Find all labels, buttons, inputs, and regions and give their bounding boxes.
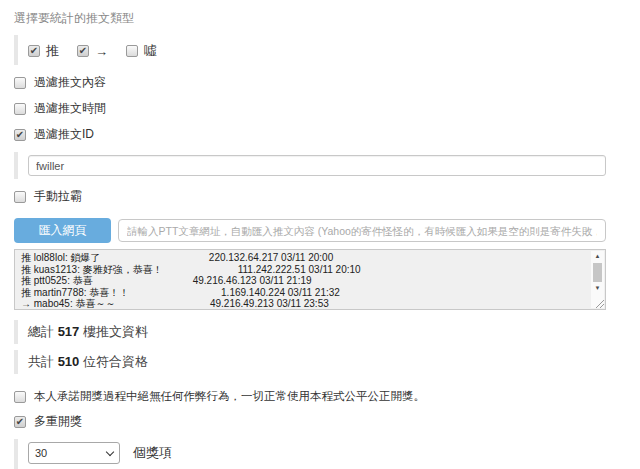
multi-draw-label: 多重開獎 [34, 413, 82, 430]
scrollbar[interactable]: ▲ ▼ [591, 251, 604, 308]
scrollbar-thumb[interactable] [593, 263, 602, 282]
import-webpage-button[interactable]: 匯入網頁 [14, 218, 111, 243]
comments-textarea[interactable]: 推 lol88lol: 鎖爆了 220.132.64.217 03/11 20:… [15, 250, 605, 309]
id-filter-input[interactable] [28, 155, 606, 176]
qualified-prefix: 共計 [28, 354, 54, 369]
checkbox-filter-content[interactable] [14, 77, 26, 89]
scroll-up-icon[interactable]: ▲ [591, 251, 604, 262]
multi-draw-settings: 30 個獎項 此選項可一次開出多位得獎者 [14, 439, 626, 469]
boo-type-label: 噓 [144, 42, 157, 60]
filter-content-row: 過濾推文內容 [14, 74, 626, 91]
scroll-down-icon[interactable]: ▼ [591, 283, 604, 294]
filter-id-row: 過濾推文ID [14, 126, 626, 143]
total-suffix: 樓推文資料 [83, 324, 148, 339]
filter-time-row: 過濾推文時間 [14, 100, 626, 117]
push-type-option-arrow: → [77, 44, 108, 59]
lottery-tool-page: 選擇要統計的推文類型 推 → 噓 過濾推文內容 過濾推文時間 過濾推文ID [0, 0, 640, 469]
manual-slot-row: 手動拉霸 [14, 188, 626, 205]
push-type-section-label: 選擇要統計的推文類型 [14, 10, 626, 27]
push-type-option-push: 推 [28, 42, 59, 60]
checkbox-boo[interactable] [126, 45, 138, 57]
checkbox-push[interactable] [28, 45, 40, 57]
qualified-count: 510 [58, 354, 80, 369]
prize-unit-label: 個獎項 [133, 444, 172, 462]
checkbox-manual-slot[interactable] [14, 191, 26, 203]
import-row: 匯入網頁 [14, 218, 606, 243]
checkbox-arrow[interactable] [77, 45, 89, 57]
prize-count-select-wrap: 30 [28, 442, 120, 464]
filter-id-label: 過濾推文ID [34, 126, 94, 143]
prize-count-select[interactable]: 30 [28, 442, 120, 464]
pledge-row: 本人承諾開獎過程中絕無任何作弊行為，一切正常使用本程式公平公正開獎。 [14, 389, 626, 404]
total-comments-stat: 總計 517 樓推文資料 [14, 320, 626, 344]
checkbox-pledge[interactable] [14, 391, 26, 403]
push-type-group: 推 → 噓 [14, 35, 626, 65]
id-filter-block [14, 152, 626, 179]
manual-slot-label: 手動拉霸 [34, 188, 82, 205]
ptt-url-input[interactable] [118, 219, 606, 242]
qualified-stat: 共計 510 位符合資格 [14, 350, 626, 374]
arrow-type-label: → [95, 44, 108, 59]
checkbox-filter-time[interactable] [14, 103, 26, 115]
checkbox-multi-draw[interactable] [14, 416, 26, 428]
push-type-option-boo: 噓 [126, 42, 157, 60]
multi-draw-row: 多重開獎 [14, 413, 626, 430]
filter-time-label: 過濾推文時間 [34, 100, 106, 117]
comments-area: 推 lol88lol: 鎖爆了 220.132.64.217 03/11 20:… [14, 249, 606, 310]
total-prefix: 總計 [28, 324, 54, 339]
total-count: 517 [58, 324, 80, 339]
push-type-label: 推 [46, 42, 59, 60]
filter-content-label: 過濾推文內容 [34, 74, 106, 91]
pledge-label: 本人承諾開獎過程中絕無任何作弊行為，一切正常使用本程式公平公正開獎。 [34, 389, 425, 404]
qualified-suffix: 位符合資格 [83, 354, 148, 369]
checkbox-filter-id[interactable] [14, 129, 26, 141]
